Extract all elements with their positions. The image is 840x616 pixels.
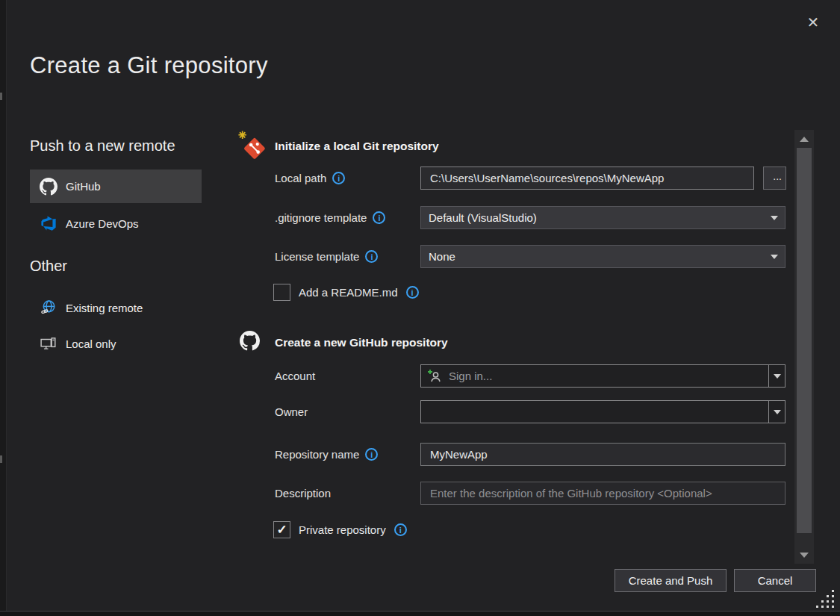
sidebar-item-existing-remote[interactable]: Existing remote	[30, 293, 202, 322]
scrollbar-down-button[interactable]	[794, 547, 814, 562]
sidebar-item-label: Local only	[66, 337, 116, 350]
local-path-label: Local path	[275, 172, 326, 184]
other-heading: Other	[30, 258, 67, 275]
create-git-repository-dialog: ✕ Create a Git repository Push to a new …	[7, 0, 840, 611]
gitignore-selected-value: Default (VisualStudio)	[429, 211, 537, 224]
cancel-label: Cancel	[758, 574, 793, 587]
computer-icon	[40, 335, 57, 352]
screen: ✕ Create a Git repository Push to a new …	[0, 0, 840, 616]
create-and-push-button[interactable]: Create and Push	[615, 569, 727, 592]
info-icon[interactable]	[332, 172, 345, 184]
sidebar-item-label: Existing remote	[66, 302, 143, 314]
close-icon: ✕	[807, 13, 820, 31]
cancel-button[interactable]: Cancel	[734, 569, 816, 592]
local-path-input[interactable]	[420, 167, 754, 190]
repo-name-input[interactable]	[420, 443, 785, 466]
owner-combo[interactable]	[420, 400, 785, 423]
azure-devops-icon	[40, 214, 57, 232]
push-remote-heading: Push to a new remote	[30, 137, 175, 155]
readme-checkbox-row: Add a README.md	[273, 284, 419, 301]
scrollbar[interactable]	[794, 130, 814, 564]
browse-label: ...	[773, 170, 782, 182]
account-combo[interactable]: Sign in...	[420, 364, 785, 388]
init-section-heading: Initialize a local Git repository	[275, 140, 439, 153]
resize-grip[interactable]	[816, 590, 837, 609]
sidebar-item-label: GitHub	[66, 180, 101, 193]
close-button[interactable]: ✕	[800, 9, 827, 36]
scrollbar-up-button[interactable]	[794, 131, 814, 146]
triangle-up-icon	[800, 137, 809, 142]
account-label: Account	[275, 370, 315, 382]
chevron-down-icon	[771, 255, 778, 259]
info-icon[interactable]	[394, 523, 407, 536]
git-new-repo-icon	[237, 130, 269, 164]
sidebar-item-local-only[interactable]: Local only	[30, 329, 202, 358]
chevron-down-icon	[774, 410, 781, 414]
scrollbar-thumb[interactable]	[797, 148, 812, 533]
repo-name-label: Repository name	[275, 448, 359, 461]
gitignore-label-row: .gitignore template	[275, 206, 385, 229]
dialog-title: Create a Git repository	[30, 52, 268, 79]
info-icon[interactable]	[365, 448, 378, 461]
license-selected-value: None	[429, 250, 455, 263]
globe-link-icon	[40, 299, 57, 317]
github-section-heading: Create a new GitHub repository	[275, 336, 448, 349]
private-checkbox[interactable]: ✓	[273, 521, 290, 538]
owner-dropdown-button[interactable]	[768, 401, 785, 423]
create-and-push-label: Create and Push	[629, 574, 713, 587]
chevron-down-icon	[771, 216, 778, 220]
license-label-row: License template	[275, 245, 378, 268]
account-dropdown-button[interactable]	[768, 365, 785, 387]
sidebar-item-label: Azure DevOps	[66, 217, 139, 230]
info-icon[interactable]	[406, 286, 419, 299]
license-template-dropdown[interactable]: None	[420, 245, 785, 268]
edge-tick	[0, 455, 2, 463]
repo-name-label-row: Repository name	[275, 443, 378, 466]
window-edge-left	[0, 0, 7, 616]
description-input[interactable]	[420, 482, 785, 505]
github-icon	[240, 331, 260, 354]
gitignore-template-dropdown[interactable]: Default (VisualStudio)	[420, 206, 785, 229]
add-person-icon	[427, 367, 442, 385]
account-label-row: Account	[275, 364, 315, 388]
gitignore-label: .gitignore template	[275, 211, 367, 224]
owner-label: Owner	[275, 405, 308, 418]
description-label-row: Description	[275, 482, 331, 505]
github-icon	[40, 178, 57, 196]
info-icon[interactable]	[365, 250, 378, 263]
description-label: Description	[275, 487, 331, 500]
private-label: Private repository	[299, 523, 386, 536]
private-checkbox-row: ✓ Private repository	[273, 521, 407, 538]
window-edge-bottom	[0, 611, 840, 616]
owner-label-row: Owner	[275, 400, 308, 423]
readme-checkbox[interactable]	[273, 284, 290, 301]
edge-tick	[0, 93, 2, 100]
chevron-down-icon	[774, 374, 781, 379]
info-icon[interactable]	[373, 211, 385, 224]
triangle-down-icon	[800, 553, 809, 558]
local-path-label-row: Local path	[275, 167, 345, 190]
sidebar-item-azure-devops[interactable]: Azure DevOps	[30, 209, 202, 237]
browse-button[interactable]: ...	[763, 167, 786, 190]
checkmark-icon: ✓	[276, 523, 287, 536]
account-value: Sign in...	[449, 370, 492, 382]
sidebar-item-github[interactable]: GitHub	[30, 169, 202, 203]
readme-label: Add a README.md	[299, 286, 398, 299]
license-label: License template	[275, 250, 359, 263]
